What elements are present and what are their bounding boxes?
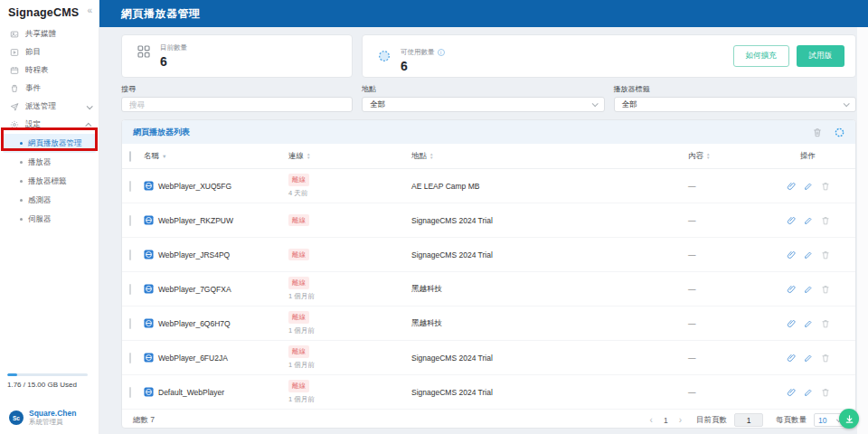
info-icon[interactable]: i — [438, 49, 445, 56]
edit-icon[interactable] — [804, 388, 813, 397]
edit-icon[interactable] — [804, 216, 813, 225]
sidebar-item-shared-media[interactable]: 共享媒體 — [0, 25, 99, 43]
edit-icon[interactable] — [804, 354, 813, 363]
location-filter-label: 地點 — [362, 84, 605, 94]
sidebar-subitem-1[interactable]: 播放器 — [3, 153, 96, 172]
select-all-checkbox[interactable] — [129, 151, 131, 162]
table-header-row: 名稱▼ 連線▲▼ 地點▲▼ 內容▲▼ 操作 — [122, 144, 855, 169]
column-header-location[interactable]: 地點▲▼ — [397, 151, 674, 162]
stat-cards: 目前數量 6 可使用數量 i 6 — [121, 34, 856, 78]
storage-label: 1.76 / 15.00 GB Used — [7, 381, 88, 389]
player-name: WebPlayer_6FU2JA — [158, 354, 228, 363]
sidebar-item-schedule[interactable]: 時程表 — [0, 61, 99, 80]
edit-icon[interactable] — [804, 250, 813, 259]
player-location: SignageCMS 2024 Trial — [397, 354, 674, 363]
link-icon[interactable] — [787, 388, 796, 397]
webplayer-icon — [144, 353, 154, 363]
player-location: SignageCMS 2024 Trial — [397, 250, 674, 259]
table-row: WebPlayer_7GQFXA 離線 1 個月前 黑越科技 — — [122, 272, 855, 307]
bullet-dot — [20, 218, 23, 221]
row-checkbox[interactable] — [129, 353, 131, 363]
link-icon[interactable] — [787, 250, 796, 259]
media-icon — [10, 30, 19, 39]
row-checkbox[interactable] — [129, 387, 131, 398]
edit-icon[interactable] — [804, 285, 813, 294]
total-count: 總數 7 — [133, 415, 155, 426]
page-number[interactable]: 1 — [662, 416, 670, 425]
trash-icon[interactable] — [821, 216, 830, 225]
search-input[interactable] — [129, 100, 344, 109]
trash-icon[interactable] — [821, 285, 830, 294]
link-icon[interactable] — [787, 319, 796, 328]
download-fab-button[interactable] — [839, 409, 859, 429]
table-row: WebPlayer_XUQ5FG 離線 4 天前 AE LEAP Camp MB… — [122, 169, 855, 203]
next-page-button[interactable]: › — [677, 415, 684, 425]
how-to-expand-button[interactable]: 如何擴充 — [733, 45, 789, 67]
table-row: WebPlayer_6Q6H7Q 離線 1 個月前 黑越科技 — — [122, 307, 855, 341]
bullet-dot — [20, 142, 23, 145]
edit-icon[interactable] — [804, 319, 813, 328]
last-seen-time: 1 個月前 — [288, 326, 397, 335]
link-icon[interactable] — [787, 182, 796, 191]
row-checkbox[interactable] — [129, 181, 131, 192]
storage-usage: 1.76 / 15.00 GB Used — [7, 373, 88, 389]
download-icon — [844, 414, 854, 424]
location-select[interactable]: 全部 — [362, 97, 605, 112]
sidebar-subitem-0[interactable]: 網頁播放器管理 — [3, 134, 96, 153]
trash-icon[interactable] — [821, 319, 830, 328]
tag-select-value: 全部 — [622, 99, 637, 110]
last-seen-time: 4 天前 — [288, 189, 397, 198]
row-checkbox[interactable] — [129, 250, 131, 260]
scrollbar[interactable] — [857, 27, 868, 434]
table-title: 網頁播放器列表 — [133, 127, 190, 138]
row-checkbox[interactable] — [129, 215, 131, 226]
webplayer-icon — [144, 318, 154, 328]
player-location: AE LEAP Camp MB — [397, 182, 674, 191]
column-header-content[interactable]: 內容▲▼ — [674, 151, 760, 162]
user-role: 系統管理員 — [29, 418, 76, 427]
link-icon[interactable] — [787, 354, 796, 363]
sidebar-item-label: 派送管理 — [25, 101, 56, 112]
sidebar-item-programs[interactable]: 節目 — [0, 43, 99, 61]
tag-select[interactable]: 全部 — [614, 97, 857, 112]
sidebar-subitem-4[interactable]: 伺服器 — [3, 210, 96, 229]
edit-icon[interactable] — [804, 182, 813, 191]
link-icon[interactable] — [787, 285, 796, 294]
page-title: 網頁播放器管理 — [121, 6, 201, 22]
sidebar-subitem-label: 播放器 — [28, 157, 52, 168]
player-location: SignageCMS 2024 Trial — [397, 216, 674, 225]
player-location: SignageCMS 2024 Trial — [397, 388, 674, 397]
trial-version-button[interactable]: 試用版 — [797, 45, 845, 67]
sidebar-item-distribution[interactable]: 派送管理 — [0, 98, 99, 116]
row-checkbox[interactable] — [129, 318, 131, 329]
trash-icon[interactable] — [821, 250, 830, 259]
sidebar-subitem-3[interactable]: 感測器 — [3, 191, 96, 210]
trash-icon[interactable] — [821, 388, 830, 397]
per-page-label: 每頁數量 — [776, 415, 807, 426]
sidebar-item-events[interactable]: 事件 — [0, 80, 99, 98]
refresh-icon[interactable] — [835, 127, 844, 137]
sidebar-item-label: 事件 — [25, 83, 41, 94]
trash-icon[interactable] — [821, 182, 830, 191]
row-checkbox[interactable] — [129, 284, 131, 295]
column-header-name[interactable]: 名稱▼ — [140, 151, 281, 162]
status-badge: 離線 — [288, 311, 309, 324]
user-name: Square.Chen — [29, 409, 76, 418]
goto-page-input[interactable]: 1 — [734, 413, 763, 427]
search-label: 搜尋 — [121, 84, 353, 94]
sidebar-subitem-2[interactable]: 播放器標籤 — [3, 172, 96, 191]
player-content: — — [674, 319, 760, 328]
sidebar-item-settings[interactable]: 設定 — [0, 116, 99, 134]
prev-page-button[interactable]: ‹ — [648, 415, 655, 425]
delete-selected-icon[interactable] — [813, 127, 822, 137]
settings-submenu: 網頁播放器管理播放器播放器標籤感測器伺服器 — [0, 134, 99, 229]
current-count-value: 6 — [160, 54, 187, 69]
column-header-status[interactable]: 連線▲▼ — [281, 151, 397, 162]
user-profile[interactable]: Sc Square.Chen 系統管理員 — [9, 409, 76, 427]
link-icon[interactable] — [787, 216, 796, 225]
trash-icon[interactable] — [821, 354, 830, 363]
sort-icon: ▲▼ — [429, 153, 433, 160]
player-content: — — [674, 250, 760, 259]
main-area: 網頁播放器管理 目前數量 6 — [99, 0, 868, 434]
sidebar-collapse-icon[interactable]: « — [87, 5, 92, 15]
